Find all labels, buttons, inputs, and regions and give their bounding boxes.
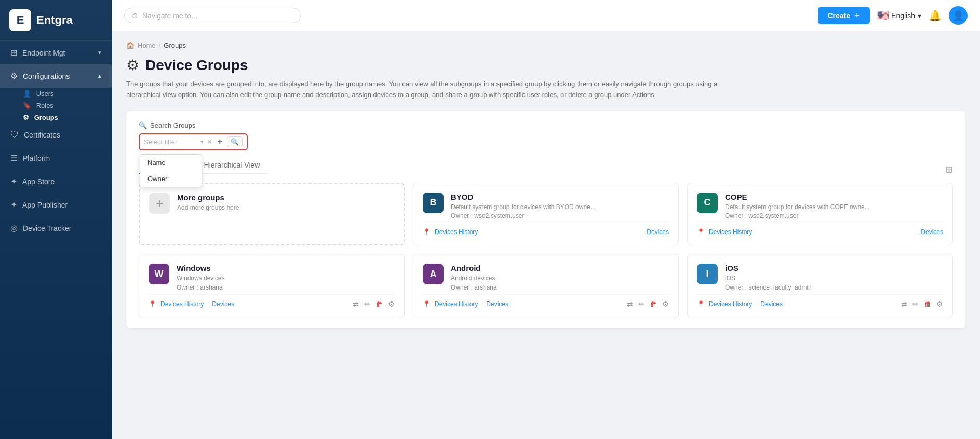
filter-add-button[interactable]: ＋ bbox=[216, 136, 224, 147]
navigate-search[interactable]: ⊙ Navigate me to... bbox=[124, 8, 301, 23]
share-icon[interactable]: ⇄ bbox=[353, 300, 359, 308]
group-card-android: A Android Android devices Owner : arshan… bbox=[413, 254, 679, 318]
create-button[interactable]: Create ＋ bbox=[818, 7, 870, 24]
windows-owner: Owner : arshana bbox=[177, 284, 395, 291]
filter-clear-button[interactable]: ✕ bbox=[207, 138, 212, 146]
android-avatar: A bbox=[423, 264, 444, 284]
byod-devices-history-link[interactable]: Devices History bbox=[435, 228, 478, 236]
add-group-avatar: ＋ bbox=[149, 193, 170, 214]
add-group-desc: Add more groups here bbox=[177, 203, 239, 212]
cope-devices-history-link[interactable]: Devices History bbox=[709, 228, 752, 236]
sidebar-item-groups[interactable]: ⚙ Groups bbox=[0, 112, 112, 124]
filter-option-name[interactable]: Name bbox=[140, 155, 202, 171]
logo-icon: E bbox=[9, 9, 31, 31]
tab-hierarchical-view[interactable]: Hierarchical View bbox=[196, 157, 269, 174]
sidebar-item-label: App Store bbox=[22, 177, 55, 186]
sidebar-item-app-store[interactable]: ✦ App Store bbox=[0, 170, 112, 193]
search-icon: ⊙ bbox=[132, 11, 138, 20]
ios-desc: iOS bbox=[725, 274, 943, 283]
ios-actions: ⇄ ✏ 🗑 ⚙ bbox=[901, 300, 943, 308]
edit-icon[interactable]: ✏ bbox=[912, 300, 919, 308]
android-devices-history-link[interactable]: Devices History bbox=[435, 300, 478, 308]
sidebar-item-configurations[interactable]: ⚙ Configurations ▴ bbox=[0, 64, 112, 88]
byod-devices-link[interactable]: Devices bbox=[647, 228, 669, 236]
filter-select-text[interactable]: Select filter bbox=[144, 138, 197, 146]
android-footer: 📍 Devices History Devices ⇄ ✏ 🗑 ⚙ bbox=[423, 294, 669, 308]
tabs-container: Group View Hierarchical View ⊞ bbox=[139, 157, 953, 183]
language-selector[interactable]: 🇺🇸 English ▾ bbox=[877, 10, 921, 21]
notification-bell-icon[interactable]: 🔔 bbox=[929, 9, 942, 22]
breadcrumb-home[interactable]: Home bbox=[138, 42, 156, 49]
ios-devices-history-link[interactable]: Devices History bbox=[709, 300, 752, 308]
ios-devices-link[interactable]: Devices bbox=[760, 300, 783, 308]
android-devices-link[interactable]: Devices bbox=[486, 300, 508, 308]
add-group-header: ＋ More groups Add more groups here bbox=[149, 193, 239, 214]
topbar-right: Create ＋ 🇺🇸 English ▾ 🔔 👤 bbox=[818, 6, 968, 25]
group-card-windows: W Windows Windows devices Owner : arshan… bbox=[139, 254, 405, 318]
sidebar-item-certificates[interactable]: 🛡 Certificates bbox=[0, 124, 112, 146]
sidebar-item-users[interactable]: 👤 Users bbox=[0, 88, 112, 100]
user-avatar[interactable]: 👤 bbox=[949, 6, 968, 25]
windows-name: Windows bbox=[177, 264, 395, 272]
add-group-card[interactable]: ＋ More groups Add more groups here bbox=[139, 183, 405, 246]
sidebar-item-label: Certificates bbox=[24, 131, 60, 139]
content-area: 🏠 Home / Groups ⚙ Device Groups The grou… bbox=[112, 31, 980, 439]
edit-icon[interactable]: ✏ bbox=[364, 300, 370, 308]
location-icon: 📍 bbox=[697, 300, 705, 308]
sidebar: E Entgra ⊞ Endpoint Mgt ▾ ⚙ Configuratio… bbox=[0, 0, 112, 439]
cope-name: COPE bbox=[725, 193, 943, 201]
home-icon: 🏠 bbox=[126, 42, 135, 49]
share-icon[interactable]: ⇄ bbox=[901, 300, 907, 308]
breadcrumb-current: Groups bbox=[164, 42, 186, 49]
byod-desc: Default system group for devices with BY… bbox=[451, 203, 669, 212]
windows-devices-history-link[interactable]: Devices History bbox=[160, 300, 204, 308]
location-icon: 📍 bbox=[423, 228, 431, 236]
windows-avatar: W bbox=[149, 264, 169, 284]
filter-dropdown: Name Owner bbox=[140, 154, 202, 187]
filter-chevron-icon[interactable]: ▾ bbox=[200, 139, 204, 145]
windows-actions: ⇄ ✏ 🗑 ⚙ bbox=[353, 300, 395, 308]
settings-icon[interactable]: ⚙ bbox=[936, 300, 943, 308]
plus-icon: ＋ bbox=[853, 11, 861, 20]
cope-devices-link[interactable]: Devices bbox=[921, 228, 943, 236]
edit-icon[interactable]: ✏ bbox=[638, 300, 645, 308]
filter-option-owner[interactable]: Owner bbox=[140, 171, 202, 187]
endpoint-mgt-icon: ⊞ bbox=[10, 48, 17, 58]
sidebar-item-roles[interactable]: 🔖 Roles bbox=[0, 100, 112, 112]
byod-info: BYOD Default system group for devices wi… bbox=[451, 193, 669, 220]
cope-header: C COPE Default system group for devices … bbox=[697, 193, 943, 220]
sidebar-item-app-publisher[interactable]: ✦ App Publisher bbox=[0, 193, 112, 216]
cope-info: COPE Default system group for devices wi… bbox=[725, 193, 943, 220]
cope-avatar: C bbox=[697, 193, 718, 213]
ios-avatar: I bbox=[697, 264, 718, 284]
byod-header: B BYOD Default system group for devices … bbox=[423, 193, 669, 220]
ios-header: I iOS iOS Owner : science_faculty_admin bbox=[697, 264, 943, 291]
add-group-name: More groups bbox=[177, 193, 239, 202]
delete-icon[interactable]: 🗑 bbox=[650, 300, 657, 308]
sidebar-item-platform[interactable]: ☰ Platform bbox=[0, 146, 112, 170]
android-info: Android Android devices Owner : arshana bbox=[451, 264, 669, 291]
view-toggle-icon[interactable]: ⊞ bbox=[945, 164, 953, 175]
ios-owner: Owner : science_faculty_admin bbox=[725, 284, 943, 291]
ios-info: iOS iOS Owner : science_faculty_admin bbox=[725, 264, 943, 291]
location-icon: 📍 bbox=[149, 300, 156, 308]
windows-devices-link[interactable]: Devices bbox=[212, 300, 234, 308]
sidebar-item-endpoint-mgt[interactable]: ⊞ Endpoint Mgt ▾ bbox=[0, 41, 112, 64]
settings-icon[interactable]: ⚙ bbox=[388, 300, 395, 308]
delete-icon[interactable]: 🗑 bbox=[375, 300, 383, 308]
android-desc: Android devices bbox=[451, 274, 669, 283]
cope-owner: Owner : wso2.system.user bbox=[725, 212, 943, 220]
sidebar-item-device-tracker[interactable]: ◎ Device Tracker bbox=[0, 216, 112, 240]
sidebar-logo: E Entgra bbox=[0, 0, 112, 41]
filter-search-button[interactable]: 🔍 bbox=[227, 136, 243, 147]
search-placeholder: Navigate me to... bbox=[142, 11, 197, 20]
groups-icon: ⚙ bbox=[23, 114, 29, 121]
android-header: A Android Android devices Owner : arshan… bbox=[423, 264, 669, 291]
filter-bar: Select filter ▾ ✕ ＋ 🔍 Name Owner bbox=[139, 133, 248, 150]
delete-icon[interactable]: 🗑 bbox=[924, 300, 931, 308]
android-actions: ⇄ ✏ 🗑 ⚙ bbox=[627, 300, 669, 308]
breadcrumb: 🏠 Home / Groups bbox=[126, 42, 965, 49]
share-icon[interactable]: ⇄ bbox=[627, 300, 633, 308]
settings-icon[interactable]: ⚙ bbox=[662, 300, 669, 308]
page-title-container: ⚙ Device Groups bbox=[126, 57, 965, 74]
